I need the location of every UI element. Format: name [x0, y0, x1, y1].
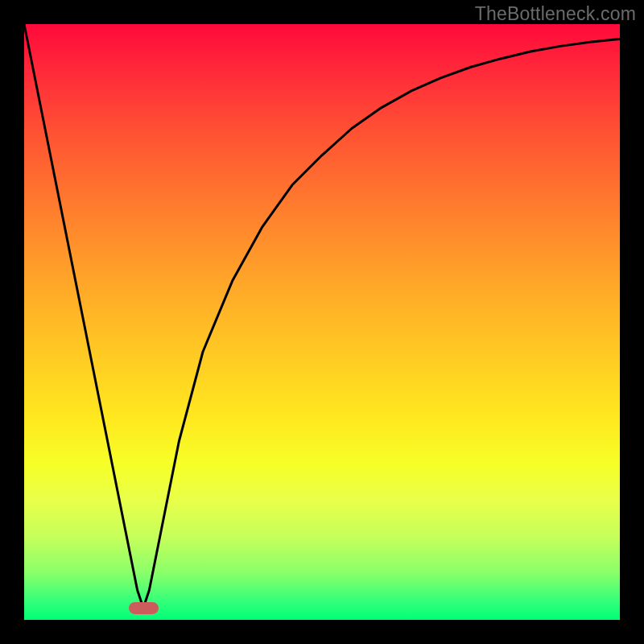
watermark-text: TheBottleneck.com [475, 3, 636, 25]
plot-area [24, 24, 620, 620]
chart-frame: TheBottleneck.com [0, 0, 644, 644]
curve-svg [24, 24, 620, 620]
minimum-marker [129, 602, 159, 614]
curve-path [24, 24, 620, 608]
